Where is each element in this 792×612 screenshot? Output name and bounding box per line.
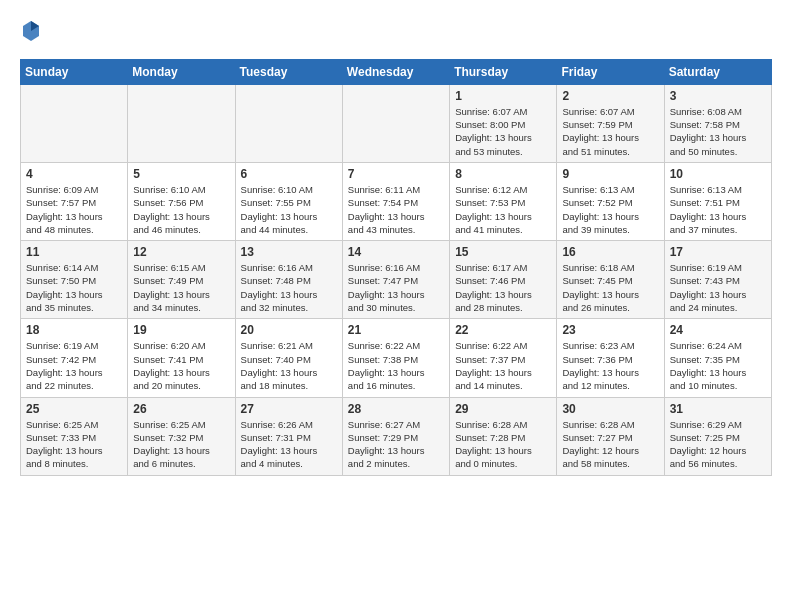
calendar-cell: 11Sunrise: 6:14 AMSunset: 7:50 PMDayligh… [21, 241, 128, 319]
day-number: 3 [670, 89, 766, 103]
day-number: 17 [670, 245, 766, 259]
calendar-cell: 30Sunrise: 6:28 AMSunset: 7:27 PMDayligh… [557, 397, 664, 475]
calendar-cell: 27Sunrise: 6:26 AMSunset: 7:31 PMDayligh… [235, 397, 342, 475]
day-info: Sunrise: 6:28 AMSunset: 7:27 PMDaylight:… [562, 418, 658, 471]
day-number: 10 [670, 167, 766, 181]
day-info: Sunrise: 6:21 AMSunset: 7:40 PMDaylight:… [241, 339, 337, 392]
calendar-cell: 25Sunrise: 6:25 AMSunset: 7:33 PMDayligh… [21, 397, 128, 475]
weekday-header-thursday: Thursday [450, 59, 557, 84]
day-info: Sunrise: 6:19 AMSunset: 7:43 PMDaylight:… [670, 261, 766, 314]
day-info: Sunrise: 6:18 AMSunset: 7:45 PMDaylight:… [562, 261, 658, 314]
page: SundayMondayTuesdayWednesdayThursdayFrid… [0, 0, 792, 486]
calendar-cell [128, 84, 235, 162]
calendar-cell: 3Sunrise: 6:08 AMSunset: 7:58 PMDaylight… [664, 84, 771, 162]
calendar-cell: 18Sunrise: 6:19 AMSunset: 7:42 PMDayligh… [21, 319, 128, 397]
calendar-cell: 1Sunrise: 6:07 AMSunset: 8:00 PMDaylight… [450, 84, 557, 162]
day-info: Sunrise: 6:28 AMSunset: 7:28 PMDaylight:… [455, 418, 551, 471]
week-row-3: 11Sunrise: 6:14 AMSunset: 7:50 PMDayligh… [21, 241, 772, 319]
day-info: Sunrise: 6:17 AMSunset: 7:46 PMDaylight:… [455, 261, 551, 314]
day-number: 22 [455, 323, 551, 337]
calendar-cell: 31Sunrise: 6:29 AMSunset: 7:25 PMDayligh… [664, 397, 771, 475]
calendar-cell: 14Sunrise: 6:16 AMSunset: 7:47 PMDayligh… [342, 241, 449, 319]
week-row-2: 4Sunrise: 6:09 AMSunset: 7:57 PMDaylight… [21, 162, 772, 240]
day-info: Sunrise: 6:25 AMSunset: 7:33 PMDaylight:… [26, 418, 122, 471]
calendar-cell: 26Sunrise: 6:25 AMSunset: 7:32 PMDayligh… [128, 397, 235, 475]
day-info: Sunrise: 6:08 AMSunset: 7:58 PMDaylight:… [670, 105, 766, 158]
day-info: Sunrise: 6:11 AMSunset: 7:54 PMDaylight:… [348, 183, 444, 236]
calendar-cell: 2Sunrise: 6:07 AMSunset: 7:59 PMDaylight… [557, 84, 664, 162]
day-number: 29 [455, 402, 551, 416]
day-info: Sunrise: 6:13 AMSunset: 7:52 PMDaylight:… [562, 183, 658, 236]
week-row-1: 1Sunrise: 6:07 AMSunset: 8:00 PMDaylight… [21, 84, 772, 162]
day-number: 24 [670, 323, 766, 337]
day-number: 15 [455, 245, 551, 259]
day-info: Sunrise: 6:19 AMSunset: 7:42 PMDaylight:… [26, 339, 122, 392]
calendar-cell: 8Sunrise: 6:12 AMSunset: 7:53 PMDaylight… [450, 162, 557, 240]
calendar-cell: 23Sunrise: 6:23 AMSunset: 7:36 PMDayligh… [557, 319, 664, 397]
calendar-cell: 19Sunrise: 6:20 AMSunset: 7:41 PMDayligh… [128, 319, 235, 397]
day-number: 1 [455, 89, 551, 103]
day-info: Sunrise: 6:20 AMSunset: 7:41 PMDaylight:… [133, 339, 229, 392]
day-number: 26 [133, 402, 229, 416]
weekday-header-friday: Friday [557, 59, 664, 84]
weekday-header-row: SundayMondayTuesdayWednesdayThursdayFrid… [21, 59, 772, 84]
day-info: Sunrise: 6:16 AMSunset: 7:47 PMDaylight:… [348, 261, 444, 314]
calendar-cell: 22Sunrise: 6:22 AMSunset: 7:37 PMDayligh… [450, 319, 557, 397]
calendar-cell: 21Sunrise: 6:22 AMSunset: 7:38 PMDayligh… [342, 319, 449, 397]
day-info: Sunrise: 6:14 AMSunset: 7:50 PMDaylight:… [26, 261, 122, 314]
calendar-cell: 17Sunrise: 6:19 AMSunset: 7:43 PMDayligh… [664, 241, 771, 319]
day-number: 16 [562, 245, 658, 259]
calendar-cell: 9Sunrise: 6:13 AMSunset: 7:52 PMDaylight… [557, 162, 664, 240]
calendar-cell: 16Sunrise: 6:18 AMSunset: 7:45 PMDayligh… [557, 241, 664, 319]
weekday-header-saturday: Saturday [664, 59, 771, 84]
calendar-cell: 6Sunrise: 6:10 AMSunset: 7:55 PMDaylight… [235, 162, 342, 240]
day-info: Sunrise: 6:26 AMSunset: 7:31 PMDaylight:… [241, 418, 337, 471]
calendar-cell: 7Sunrise: 6:11 AMSunset: 7:54 PMDaylight… [342, 162, 449, 240]
calendar-cell: 29Sunrise: 6:28 AMSunset: 7:28 PMDayligh… [450, 397, 557, 475]
day-info: Sunrise: 6:27 AMSunset: 7:29 PMDaylight:… [348, 418, 444, 471]
day-number: 20 [241, 323, 337, 337]
day-number: 21 [348, 323, 444, 337]
calendar-cell: 10Sunrise: 6:13 AMSunset: 7:51 PMDayligh… [664, 162, 771, 240]
day-info: Sunrise: 6:10 AMSunset: 7:56 PMDaylight:… [133, 183, 229, 236]
calendar-cell [342, 84, 449, 162]
day-number: 7 [348, 167, 444, 181]
day-info: Sunrise: 6:07 AMSunset: 8:00 PMDaylight:… [455, 105, 551, 158]
day-number: 4 [26, 167, 122, 181]
day-number: 9 [562, 167, 658, 181]
day-number: 31 [670, 402, 766, 416]
day-number: 13 [241, 245, 337, 259]
calendar-cell: 13Sunrise: 6:16 AMSunset: 7:48 PMDayligh… [235, 241, 342, 319]
day-number: 25 [26, 402, 122, 416]
day-info: Sunrise: 6:13 AMSunset: 7:51 PMDaylight:… [670, 183, 766, 236]
day-info: Sunrise: 6:12 AMSunset: 7:53 PMDaylight:… [455, 183, 551, 236]
day-number: 12 [133, 245, 229, 259]
week-row-4: 18Sunrise: 6:19 AMSunset: 7:42 PMDayligh… [21, 319, 772, 397]
day-info: Sunrise: 6:29 AMSunset: 7:25 PMDaylight:… [670, 418, 766, 471]
calendar-table: SundayMondayTuesdayWednesdayThursdayFrid… [20, 59, 772, 476]
day-number: 23 [562, 323, 658, 337]
day-info: Sunrise: 6:22 AMSunset: 7:37 PMDaylight:… [455, 339, 551, 392]
calendar-cell [235, 84, 342, 162]
day-number: 28 [348, 402, 444, 416]
day-info: Sunrise: 6:09 AMSunset: 7:57 PMDaylight:… [26, 183, 122, 236]
weekday-header-monday: Monday [128, 59, 235, 84]
calendar-cell: 20Sunrise: 6:21 AMSunset: 7:40 PMDayligh… [235, 319, 342, 397]
day-number: 6 [241, 167, 337, 181]
calendar-cell: 15Sunrise: 6:17 AMSunset: 7:46 PMDayligh… [450, 241, 557, 319]
weekday-header-tuesday: Tuesday [235, 59, 342, 84]
calendar-cell: 4Sunrise: 6:09 AMSunset: 7:57 PMDaylight… [21, 162, 128, 240]
calendar-cell: 12Sunrise: 6:15 AMSunset: 7:49 PMDayligh… [128, 241, 235, 319]
day-number: 14 [348, 245, 444, 259]
day-number: 11 [26, 245, 122, 259]
logo [20, 20, 40, 47]
calendar-cell: 5Sunrise: 6:10 AMSunset: 7:56 PMDaylight… [128, 162, 235, 240]
day-number: 8 [455, 167, 551, 181]
calendar-cell: 24Sunrise: 6:24 AMSunset: 7:35 PMDayligh… [664, 319, 771, 397]
day-info: Sunrise: 6:07 AMSunset: 7:59 PMDaylight:… [562, 105, 658, 158]
day-number: 5 [133, 167, 229, 181]
day-number: 18 [26, 323, 122, 337]
day-info: Sunrise: 6:24 AMSunset: 7:35 PMDaylight:… [670, 339, 766, 392]
day-number: 27 [241, 402, 337, 416]
calendar-body: 1Sunrise: 6:07 AMSunset: 8:00 PMDaylight… [21, 84, 772, 475]
